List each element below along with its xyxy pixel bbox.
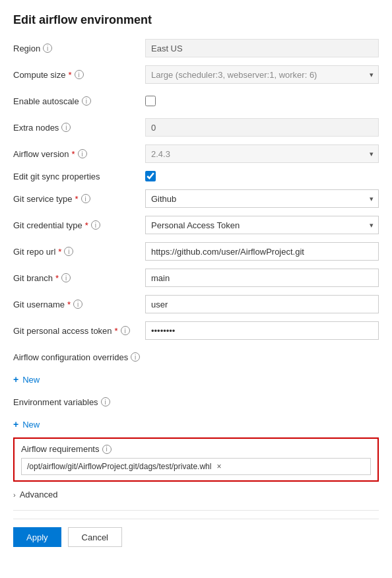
environment-variables-info-icon[interactable]: i bbox=[101, 397, 110, 406]
region-info-icon[interactable]: i bbox=[43, 44, 52, 53]
airflow-requirements-input-row: /opt/airflow/git/AirflowProject.git/dags… bbox=[21, 458, 371, 475]
compute-size-info-icon[interactable]: i bbox=[75, 70, 84, 79]
airflow-config-overrides-info-icon[interactable]: i bbox=[131, 352, 140, 362]
airflow-version-select[interactable]: 2.4.3 bbox=[145, 144, 379, 163]
airflow-requirements-section: Airflow requirements i /opt/airflow/git/… bbox=[13, 437, 379, 482]
extra-nodes-label: Extra nodes i bbox=[13, 123, 145, 133]
airflow-version-info-icon[interactable]: i bbox=[78, 149, 87, 158]
extra-nodes-row: Extra nodes i 0 bbox=[13, 118, 379, 137]
git-branch-input[interactable] bbox=[145, 269, 379, 287]
git-credential-type-info-icon[interactable]: i bbox=[91, 220, 100, 230]
airflow-version-label: Airflow version * i bbox=[13, 149, 145, 159]
git-pat-info-icon[interactable]: i bbox=[121, 326, 130, 335]
airflow-requirements-tag-value: /opt/airflow/git/AirflowProject.git/dags… bbox=[27, 462, 211, 471]
edit-git-sync-checkbox-wrapper bbox=[145, 171, 156, 181]
page-title: Edit airflow environment bbox=[13, 13, 379, 27]
region-row: Region i East US bbox=[13, 39, 379, 57]
enable-autoscale-row: Enable autoscale i bbox=[13, 92, 379, 110]
git-pat-input[interactable] bbox=[145, 321, 379, 340]
extra-nodes-value: 0 bbox=[145, 118, 379, 137]
compute-size-row: Compute size * i Large (scheduler:3, web… bbox=[13, 65, 379, 84]
enable-autoscale-checkbox[interactable] bbox=[145, 96, 156, 106]
git-repo-url-input[interactable] bbox=[145, 242, 379, 261]
compute-size-label: Compute size * i bbox=[13, 70, 145, 80]
airflow-requirements-tag: /opt/airflow/git/AirflowProject.git/dags… bbox=[21, 458, 371, 475]
footer-divider bbox=[13, 510, 379, 511]
enable-autoscale-label: Enable autoscale i bbox=[13, 96, 145, 106]
edit-git-sync-row: Edit git sync properties bbox=[13, 171, 379, 181]
region-label: Region i bbox=[13, 44, 145, 53]
airflow-version-select-wrapper: 2.4.3 ▾ bbox=[145, 144, 379, 163]
edit-git-sync-label: Edit git sync properties bbox=[13, 172, 145, 181]
airflow-requirements-info-icon[interactable]: i bbox=[102, 445, 112, 454]
git-service-type-label: Git service type * i bbox=[13, 194, 145, 204]
enable-autoscale-info-icon[interactable]: i bbox=[82, 96, 91, 106]
edit-git-sync-checkbox[interactable] bbox=[145, 171, 156, 181]
git-username-info-icon[interactable]: i bbox=[73, 300, 82, 309]
compute-size-select[interactable]: Large (scheduler:3, webserver:1, worker:… bbox=[145, 65, 379, 84]
environment-variables-row: Environment variables i bbox=[13, 393, 379, 411]
git-service-type-row: Git service type * i Github Gitlab Bitbu… bbox=[13, 189, 379, 208]
environment-variables-label: Environment variables i bbox=[13, 397, 145, 407]
airflow-version-row: Airflow version * i 2.4.3 ▾ bbox=[13, 144, 379, 163]
git-repo-url-row: Git repo url * i bbox=[13, 242, 379, 261]
airflow-config-overrides-new-button[interactable]: + New bbox=[13, 374, 379, 385]
advanced-label: Advanced bbox=[20, 490, 58, 499]
git-pat-label: Git personal access token * i bbox=[13, 326, 145, 336]
extra-nodes-info-icon[interactable]: i bbox=[61, 123, 71, 132]
airflow-config-overrides-plus-icon: + bbox=[13, 374, 18, 385]
advanced-section[interactable]: › Advanced bbox=[13, 490, 379, 499]
airflow-requirements-tag-close-icon[interactable]: × bbox=[216, 462, 221, 471]
git-credential-type-label: Git credential type * i bbox=[13, 220, 145, 230]
git-branch-info-icon[interactable]: i bbox=[61, 273, 71, 282]
git-username-row: Git username * i bbox=[13, 295, 379, 313]
git-service-type-select-wrapper: Github Gitlab Bitbucket ▾ bbox=[145, 189, 379, 208]
git-branch-row: Git branch * i bbox=[13, 269, 379, 287]
region-value: East US bbox=[145, 39, 379, 57]
git-service-type-info-icon[interactable]: i bbox=[81, 194, 90, 203]
git-username-input[interactable] bbox=[145, 295, 379, 313]
git-credential-type-select[interactable]: Personal Access Token SSH Key bbox=[145, 216, 379, 234]
git-username-label: Git username * i bbox=[13, 300, 145, 309]
airflow-config-overrides-row: Airflow configuration overrides i bbox=[13, 348, 379, 366]
apply-button[interactable]: Apply bbox=[13, 527, 61, 547]
compute-size-select-wrapper: Large (scheduler:3, webserver:1, worker:… bbox=[145, 65, 379, 84]
environment-variables-new-button[interactable]: + New bbox=[13, 419, 379, 430]
git-credential-type-row: Git credential type * i Personal Access … bbox=[13, 216, 379, 234]
environment-variables-plus-icon: + bbox=[13, 419, 18, 430]
git-credential-type-select-wrapper: Personal Access Token SSH Key ▾ bbox=[145, 216, 379, 234]
git-pat-row: Git personal access token * i bbox=[13, 321, 379, 340]
git-repo-url-info-icon[interactable]: i bbox=[64, 247, 73, 256]
git-repo-url-label: Git repo url * i bbox=[13, 247, 145, 257]
airflow-requirements-label: Airflow requirements i bbox=[21, 444, 371, 454]
cancel-button[interactable]: Cancel bbox=[68, 527, 122, 547]
airflow-config-overrides-label: Airflow configuration overrides i bbox=[13, 352, 145, 362]
advanced-chevron-right-icon: › bbox=[13, 491, 16, 499]
git-branch-label: Git branch * i bbox=[13, 273, 145, 283]
footer-row: Apply Cancel bbox=[13, 519, 379, 547]
git-service-type-select[interactable]: Github Gitlab Bitbucket bbox=[145, 189, 379, 208]
enable-autoscale-checkbox-wrapper bbox=[145, 96, 156, 106]
